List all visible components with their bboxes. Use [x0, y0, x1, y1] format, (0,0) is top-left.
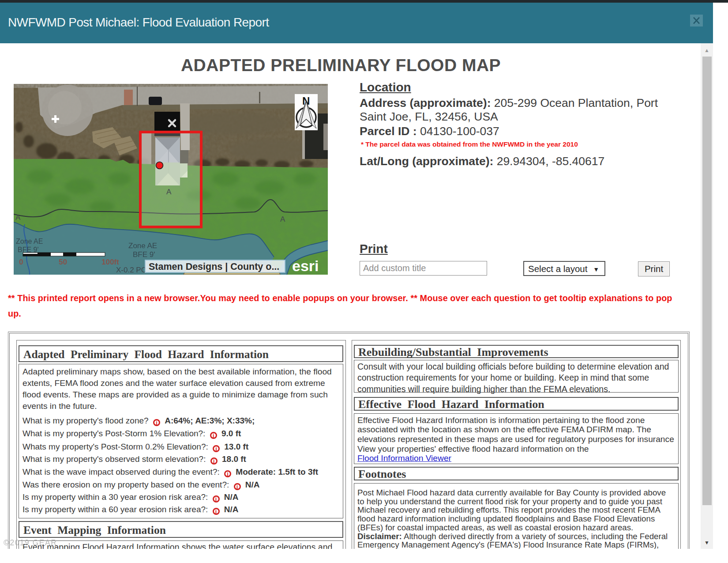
svg-text:Zone AE: Zone AE — [16, 238, 43, 245]
svg-text:X-0.2 PC: X-0.2 PC — [116, 266, 146, 274]
svg-text:Stamen Designs | County o...: Stamen Designs | County o... — [149, 261, 279, 272]
svg-text:100ft: 100ft — [101, 258, 119, 266]
svg-text:A: A — [166, 188, 172, 196]
svg-text:A: A — [280, 215, 285, 223]
svg-text:esri: esri — [292, 257, 319, 274]
svg-text:BFE 9': BFE 9' — [18, 246, 39, 253]
svg-text:50: 50 — [59, 258, 67, 266]
svg-text:A: A — [15, 213, 21, 222]
svg-text:0: 0 — [19, 258, 23, 266]
svg-text:BFE 9': BFE 9' — [133, 250, 155, 259]
svg-text:Zone AE: Zone AE — [128, 242, 157, 250]
